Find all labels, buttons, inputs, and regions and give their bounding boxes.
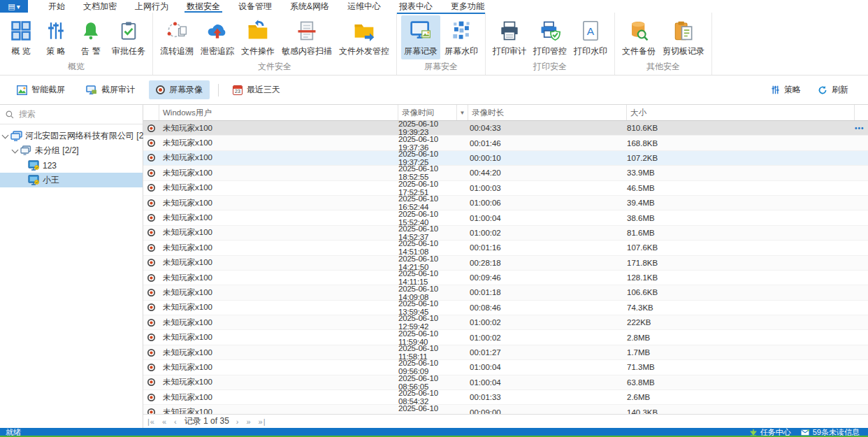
cell-windows-user: 未知玩家x100 — [159, 362, 398, 373]
company-monitors-icon — [10, 131, 22, 141]
row-actions-menu[interactable]: ••• — [855, 124, 867, 132]
document-a-icon: A — [578, 18, 603, 43]
menu-item-device-mgmt[interactable]: 设备管理 — [229, 0, 281, 13]
screen-video-button[interactable]: 屏幕录像 — [149, 80, 210, 99]
cell-windows-user: 未知玩家x100 — [159, 168, 398, 178]
table-row[interactable]: 未知玩家x100 2025-06-10 14:51:08 00:01:16 10… — [143, 241, 868, 255]
table-row[interactable]: 未知玩家x100 2025-06-10 14:52:37 01:00:02 81… — [143, 226, 868, 241]
sort-dropdown-icon[interactable]: ▼ — [456, 105, 468, 120]
refresh-button[interactable]: 刷新 — [811, 80, 855, 99]
cell-duration: 00:04:33 — [468, 124, 627, 132]
app-menu-button[interactable]: ▤ ▾ — [0, 0, 28, 13]
cell-icon — [143, 124, 159, 133]
tree-node-terminal-xiaowang[interactable]: 小王 — [0, 173, 143, 187]
table-row[interactable]: 未知玩家x100 2025-06-10 15:52:40 01:00:04 38… — [143, 210, 868, 225]
menu-item-web-behavior[interactable]: 上网行为 — [126, 0, 178, 13]
cell-windows-user: 未知玩家x100 — [159, 287, 398, 298]
table-header: Windows用户 录像时间 ▼ 录像时长 大小 — [143, 105, 868, 121]
file-outgoing-button[interactable]: 文件外发管控 — [336, 15, 392, 59]
table-row[interactable]: 未知玩家x100 2025-06-10 08:56:05 01:00:04 63… — [143, 375, 868, 390]
cell-windows-user: 未知玩家x100 — [159, 152, 398, 163]
table-row[interactable]: 未知玩家x100 2025-06-10 08:54:32 00:01:33 2.… — [143, 390, 868, 405]
file-ops-button[interactable]: 文件操作 — [238, 15, 277, 59]
header-size[interactable]: 大小 — [627, 105, 855, 120]
cell-duration: 01:00:02 — [468, 229, 627, 237]
header-windows-user[interactable]: Windows用户 — [159, 105, 398, 120]
cell-icon — [143, 243, 159, 252]
clipboard-record-button[interactable]: 剪切板记录 — [660, 15, 707, 59]
approval-tasks-button[interactable]: 审批任务 — [109, 15, 148, 59]
prev-page-button[interactable]: ‹ — [174, 417, 178, 426]
flow-trace-button[interactable]: 流转追溯 — [157, 15, 196, 59]
table-row[interactable]: 未知玩家x100 2025-06-10 09:56:09 01:00:04 71… — [143, 360, 868, 375]
cell-size: 106.6KB — [627, 288, 855, 296]
table-row[interactable]: 未知玩家x100 2025-06-10 11:58:11 00:01:27 1.… — [143, 345, 868, 360]
tree-node-ungrouped[interactable]: 未分组 [2/2] — [0, 143, 143, 158]
table-row[interactable]: 未知玩家x100 2025-06-10 19:39:23 00:04:33 81… — [143, 121, 868, 136]
table-row[interactable]: 未知玩家x100 2025-06-10 12:59:42 01:00:02 22… — [143, 315, 868, 330]
cell-icon — [143, 199, 159, 208]
policy-button[interactable]: 策 略 — [39, 15, 73, 59]
menu-item-data-security[interactable]: 数据安全 — [178, 0, 229, 13]
task-center-button[interactable]: 任务中心 — [750, 427, 791, 437]
header-record-time[interactable]: 录像时间 ▼ — [398, 105, 468, 120]
page-indicator: 记录 1 of 35 — [185, 415, 229, 427]
table-row[interactable]: 未知玩家x100 2025-06-10 14:09:08 00:01:18 10… — [143, 285, 868, 300]
policy-toolbar-button[interactable]: 策略 — [764, 80, 808, 99]
capture-audit-button[interactable]: 截屏审计 — [79, 80, 142, 99]
search-box[interactable]: 搜索 — [0, 105, 143, 124]
table-row[interactable]: 未知玩家x100 2025-06-10 14:21:50 00:28:18 17… — [143, 256, 868, 271]
svg-text:A: A — [587, 25, 595, 37]
unread-messages-button[interactable]: 59条未读信息 — [801, 427, 860, 437]
cell-duration: 01:00:04 — [468, 214, 627, 222]
table-row[interactable]: 未知玩家x100 2025-06-10 17:52:51 01:00:03 46… — [143, 181, 868, 196]
table-row[interactable]: 未知玩家x100 2025-06-10 18:52:55 00:44:20 33… — [143, 166, 868, 180]
chevron-down-icon: ▾ — [17, 3, 20, 10]
leak-track-button[interactable]: 泄密追踪 — [198, 15, 237, 59]
cell-size: 222KB — [627, 318, 855, 327]
header-duration[interactable]: 录像时长 — [468, 105, 627, 120]
folder-arrow-right-icon — [352, 18, 377, 43]
screen-record-button[interactable]: 屏幕记录 — [401, 15, 440, 59]
menu-item-system-network[interactable]: 系统&网络 — [281, 0, 338, 13]
print-control-button[interactable]: 打印管控 — [530, 15, 570, 59]
menu-item-report-center[interactable]: 报表中心 — [390, 0, 442, 13]
table-row[interactable]: 未知玩家x100 2025-06-10 08:45:21 00:09:00 14… — [143, 405, 868, 414]
screen-watermark-button[interactable]: 屏幕水印 — [442, 15, 481, 59]
menu-item-doc-encrypt[interactable]: 文档加密 — [74, 0, 126, 13]
table-row[interactable]: 未知玩家x100 2025-06-10 13:59:45 00:08:46 74… — [143, 301, 868, 315]
table-row[interactable]: 未知玩家x100 2025-06-10 11:59:40 01:00:02 2.… — [143, 330, 868, 345]
table-row[interactable]: 未知玩家x100 2025-06-10 19:37:25 00:00:10 10… — [143, 151, 868, 166]
alert-button[interactable]: 告 警 — [74, 15, 108, 59]
first-page-button[interactable]: |« — [147, 417, 155, 426]
tree-node-company[interactable]: 河北安固云网络科技有限公司 [2/2] — [0, 129, 143, 143]
circular-trace-icon — [164, 18, 189, 43]
table-row[interactable]: 未知玩家x100 2025-06-10 16:52:44 01:00:06 39… — [143, 196, 868, 210]
table-row[interactable]: 未知玩家x100 2025-06-10 14:11:15 00:09:46 12… — [143, 271, 868, 285]
smart-capture-button[interactable]: 智能截屏 — [10, 80, 72, 99]
print-audit-button[interactable]: 打印审计 — [490, 15, 529, 59]
sub-toolbar: 智能截屏 截屏审计 屏幕录像 23 最近三天 策略 — [0, 76, 868, 105]
ribbon: 概 览 策 略 告 警 — [0, 13, 868, 76]
menu-item-start[interactable]: 开始 — [39, 0, 74, 13]
print-watermark-button[interactable]: A 打印水印 — [571, 15, 610, 59]
next-fast-button[interactable]: » — [246, 417, 251, 426]
next-page-button[interactable]: › — [236, 417, 240, 426]
cell-size: 39.4MB — [627, 199, 855, 207]
menu-item-more[interactable]: 更多功能 — [442, 0, 493, 13]
sensitive-scan-button[interactable]: 敏感内容扫描 — [279, 15, 335, 59]
record-icon — [147, 139, 155, 147]
cell-record-time: 2025-06-10 08:45:21 — [398, 404, 468, 414]
overview-button[interactable]: 概 览 — [4, 15, 38, 59]
menu-item-ops-center[interactable]: 运维中心 — [338, 0, 390, 13]
file-backup-button[interactable]: 文件备份 — [619, 15, 658, 59]
table-row[interactable]: 未知玩家x100 2025-06-10 19:37:36 00:01:46 16… — [143, 136, 868, 150]
tree-node-terminal-123[interactable]: 123 — [0, 158, 143, 173]
cell-icon — [143, 303, 159, 312]
recent-three-days-button[interactable]: 23 最近三天 — [226, 80, 287, 99]
sliders-icon — [43, 18, 68, 43]
record-icon — [147, 259, 155, 266]
cell-duration: 01:00:02 — [468, 318, 627, 327]
last-page-button[interactable]: »| — [259, 417, 266, 426]
prev-fast-button[interactable]: « — [162, 417, 167, 426]
